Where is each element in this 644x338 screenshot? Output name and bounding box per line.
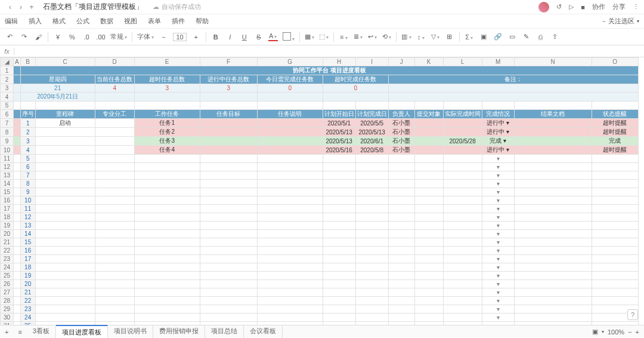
cell[interactable]	[592, 163, 638, 171]
cell[interactable]	[592, 222, 638, 230]
cell-end[interactable]: 2020/5/5	[355, 119, 388, 128]
cell-milestone[interactable]	[35, 137, 95, 146]
cell[interactable]	[388, 272, 414, 280]
cell-seq[interactable]: 7	[20, 171, 35, 180]
column-header-I[interactable]: I	[355, 58, 388, 66]
cell[interactable]	[355, 238, 388, 247]
cell[interactable]	[14, 102, 21, 110]
cell[interactable]	[355, 255, 388, 263]
cell[interactable]	[134, 263, 200, 272]
cell[interactable]	[200, 238, 257, 247]
cell[interactable]	[14, 314, 21, 322]
cell[interactable]	[134, 213, 200, 222]
cell[interactable]	[14, 119, 21, 128]
row-header[interactable]: 27	[1, 288, 14, 297]
cell[interactable]	[323, 238, 355, 247]
cell-seq[interactable]: 14	[20, 230, 35, 238]
font-family-select[interactable]: 字体	[137, 32, 154, 41]
cell[interactable]	[14, 222, 21, 230]
cell-owner[interactable]: 石小墨	[388, 137, 414, 146]
cell-goal[interactable]	[200, 146, 257, 155]
cell[interactable]	[35, 188, 95, 196]
cell[interactable]	[35, 263, 95, 272]
cell[interactable]	[388, 314, 414, 322]
cell[interactable]	[414, 288, 443, 297]
cell[interactable]	[35, 314, 95, 322]
sheet-tab[interactable]: 3看板	[27, 325, 56, 338]
cell-status[interactable]: 进行中 ▾	[482, 128, 514, 137]
cell[interactable]	[257, 314, 323, 322]
row-header[interactable]: 25	[1, 272, 14, 280]
cell[interactable]	[14, 188, 21, 196]
cell[interactable]	[388, 93, 638, 102]
cell[interactable]	[514, 272, 592, 280]
cell[interactable]	[355, 180, 388, 188]
cell-seq[interactable]: 15	[20, 238, 35, 247]
help-badge[interactable]: ?	[627, 309, 638, 320]
cell[interactable]	[257, 196, 323, 205]
cell[interactable]	[35, 280, 95, 288]
col-submit[interactable]: 提交对象	[414, 110, 443, 119]
cell[interactable]	[355, 314, 388, 322]
cell[interactable]	[14, 180, 21, 188]
sheet-tab[interactable]: 会议看板	[244, 325, 283, 338]
cell-seq[interactable]: 20	[20, 280, 35, 288]
more-icon[interactable]: ⋮	[633, 3, 639, 11]
cell[interactable]	[257, 238, 323, 247]
cell[interactable]	[443, 280, 482, 288]
cell-seq[interactable]: 17	[20, 255, 35, 263]
cell-status[interactable]: ▾	[482, 263, 514, 272]
column-header-E[interactable]: E	[134, 58, 200, 66]
cell[interactable]	[592, 238, 638, 247]
cell[interactable]	[14, 155, 21, 163]
cell[interactable]	[134, 171, 200, 180]
cell[interactable]	[443, 263, 482, 272]
cell[interactable]	[134, 155, 200, 163]
font-color-button[interactable]: A	[268, 32, 278, 41]
cell[interactable]	[388, 155, 414, 163]
cell[interactable]	[355, 305, 388, 314]
cell[interactable]	[95, 213, 134, 222]
cell[interactable]	[323, 205, 355, 213]
row-header[interactable]: 4	[1, 93, 14, 102]
cell-result[interactable]	[514, 128, 592, 137]
cell[interactable]	[323, 222, 355, 230]
cell-actual[interactable]: 2020/5/28	[443, 137, 482, 146]
cell[interactable]	[134, 314, 200, 322]
cell[interactable]	[200, 93, 257, 102]
cell[interactable]	[514, 171, 592, 180]
cell[interactable]	[257, 171, 323, 180]
cell-alert[interactable]: 超时提醒	[592, 128, 638, 137]
cell[interactable]	[323, 280, 355, 288]
cell[interactable]	[200, 205, 257, 213]
cell-status[interactable]: ▾	[482, 272, 514, 280]
cell[interactable]	[200, 171, 257, 180]
cell[interactable]	[514, 238, 592, 247]
cell[interactable]	[443, 272, 482, 280]
cell[interactable]	[14, 205, 21, 213]
col-owner[interactable]: 负责人	[388, 110, 414, 119]
cell[interactable]	[257, 180, 323, 188]
cell[interactable]	[14, 230, 21, 238]
cell[interactable]	[355, 196, 388, 205]
cell-seq[interactable]: 2	[20, 128, 35, 137]
comment-button[interactable]: ✎	[522, 33, 531, 41]
stat-hdr-overdone[interactable]: 超时完成任务数	[323, 75, 388, 84]
stat-date[interactable]: 2020年5月21日	[20, 93, 95, 102]
image-button[interactable]: ▭	[507, 33, 517, 41]
cell[interactable]	[443, 213, 482, 222]
cell[interactable]	[35, 288, 95, 297]
cell[interactable]	[35, 213, 95, 222]
cell-seq[interactable]: 11	[20, 205, 35, 213]
cell-alert[interactable]: 超时提醒	[592, 146, 638, 155]
cell[interactable]	[592, 102, 638, 110]
menu-plugin[interactable]: 插件	[172, 17, 185, 26]
cell[interactable]	[414, 213, 443, 222]
cell[interactable]	[134, 188, 200, 196]
cell[interactable]	[414, 230, 443, 238]
add-sheet-button[interactable]: +	[0, 328, 13, 336]
cell[interactable]	[95, 272, 134, 280]
menu-form[interactable]: 表单	[148, 17, 161, 26]
cell[interactable]	[257, 247, 323, 255]
cell[interactable]	[443, 180, 482, 188]
